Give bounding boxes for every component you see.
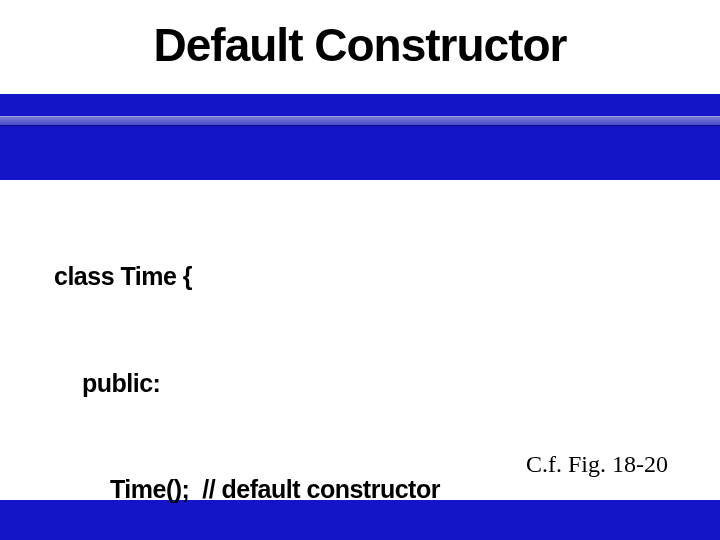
code-block: class Time { public: Time(); // default … (54, 188, 720, 540)
code-line-2: public: (54, 366, 720, 402)
slide-title: Default Constructor (0, 18, 720, 72)
code-line-1: class Time { (54, 259, 720, 295)
title-underline (0, 116, 720, 126)
reference-text: C.f. Fig. 18-20 (526, 451, 668, 478)
content-panel: class Time { public: Time(); // default … (0, 180, 720, 500)
title-panel: Default Constructor (0, 0, 720, 94)
